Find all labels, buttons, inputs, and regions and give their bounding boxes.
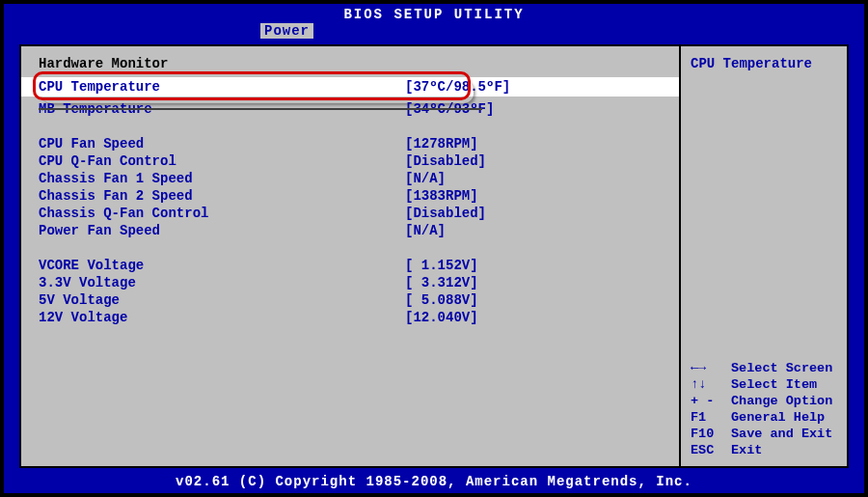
bios-screen: BIOS SETUP UTILITY Power Hardware Monito… [4,4,864,493]
row-cpu-temperature[interactable]: CPU Temperature [37ºC/98.5ºF] [21,77,679,97]
spacer [39,239,662,257]
help-text: Exit [731,442,762,458]
row-value: [ 1.152V] [405,257,478,274]
side-panel: CPU Temperature ←→Select Screen ↑↓Select… [681,46,847,466]
row-label: Chassis Q-Fan Control [39,205,405,222]
row-value: [Disabled] [405,205,486,222]
row-vcore-voltage[interactable]: VCORE Voltage [ 1.152V] [39,257,662,274]
row-label: Power Fan Speed [39,222,405,239]
row-value: [ 5.088V] [405,291,478,309]
row-chassis-qfan-control[interactable]: Chassis Q-Fan Control [Disabled] [39,205,662,222]
row-value: [1278RPM] [405,135,478,152]
row-power-fan-speed[interactable]: Power Fan Speed [N/A] [39,222,662,239]
key-label: ↑↓ [691,376,731,393]
row-value: [ 3.312V] [405,274,478,291]
help-text: Save and Exit [731,426,832,442]
row-label: CPU Fan Speed [39,135,405,152]
tab-bar: Power [4,25,864,44]
help-exit: ESCExit [691,442,841,458]
row-value: [Disabled] [405,152,486,170]
row-value: [12.040V] [405,309,478,326]
help-general-help: F1General Help [691,409,841,426]
cpu-temperature-value: [37ºC/98.5ºF] [405,79,510,95]
mb-temperature-value: [34ºC/93ºF] [405,100,494,118]
row-value: [1383RPM] [405,187,478,205]
help-text: Select Item [731,376,817,393]
key-label: F10 [691,426,731,442]
help-save-exit: F10Save and Exit [691,426,841,442]
key-label: ESC [691,442,731,458]
highlighted-row-wrap: CPU Temperature [37ºC/98.5ºF] [21,77,679,98]
row-label: Chassis Fan 2 Speed [39,187,405,205]
row-cpu-qfan-control[interactable]: CPU Q-Fan Control [Disabled] [39,152,662,170]
key-label: F1 [691,409,731,426]
row-label: 5V Voltage [39,291,405,309]
row-label: Chassis Fan 1 Speed [39,170,405,187]
row-3v3-voltage[interactable]: 3.3V Voltage [ 3.312V] [39,274,662,291]
row-label: 12V Voltage [39,309,405,326]
help-change-option: + -Change Option [691,393,841,409]
help-select-screen: ←→Select Screen [691,360,841,376]
row-chassis-fan1-speed[interactable]: Chassis Fan 1 Speed [N/A] [39,170,662,187]
row-5v-voltage[interactable]: 5V Voltage [ 5.088V] [39,291,662,309]
row-chassis-fan2-speed[interactable]: Chassis Fan 2 Speed [1383RPM] [39,187,662,205]
row-12v-voltage[interactable]: 12V Voltage [12.040V] [39,309,662,326]
key-label: ←→ [691,360,731,376]
row-label: CPU Q-Fan Control [39,152,405,170]
mb-temperature-label: MB Temperature [39,100,405,118]
help-text: General Help [731,409,825,426]
help-select-item: ↑↓Select Item [691,376,841,393]
row-mb-temperature[interactable]: MB Temperature [34ºC/93ºF] [39,100,662,118]
copyright-footer: v02.61 (C) Copyright 1985-2008, American… [4,472,864,493]
spacer [39,118,662,135]
content-frame: Hardware Monitor CPU Temperature [37ºC/9… [19,44,849,468]
help-text: Select Screen [731,360,832,376]
row-value: [N/A] [405,170,446,187]
cpu-temperature-label: CPU Temperature [39,79,405,95]
help-legend: ←→Select Screen ↑↓Select Item + -Change … [691,360,841,458]
side-panel-title: CPU Temperature [691,56,837,71]
tab-power[interactable]: Power [260,23,313,39]
key-label: + - [691,393,731,409]
row-label: VCORE Voltage [39,257,405,274]
row-cpu-fan-speed[interactable]: CPU Fan Speed [1278RPM] [39,135,662,152]
main-panel: Hardware Monitor CPU Temperature [37ºC/9… [21,46,681,466]
utility-title: BIOS SETUP UTILITY [4,4,864,25]
row-label: 3.3V Voltage [39,274,405,291]
help-text: Change Option [731,393,832,409]
row-value: [N/A] [405,222,446,239]
section-title: Hardware Monitor [39,56,662,71]
